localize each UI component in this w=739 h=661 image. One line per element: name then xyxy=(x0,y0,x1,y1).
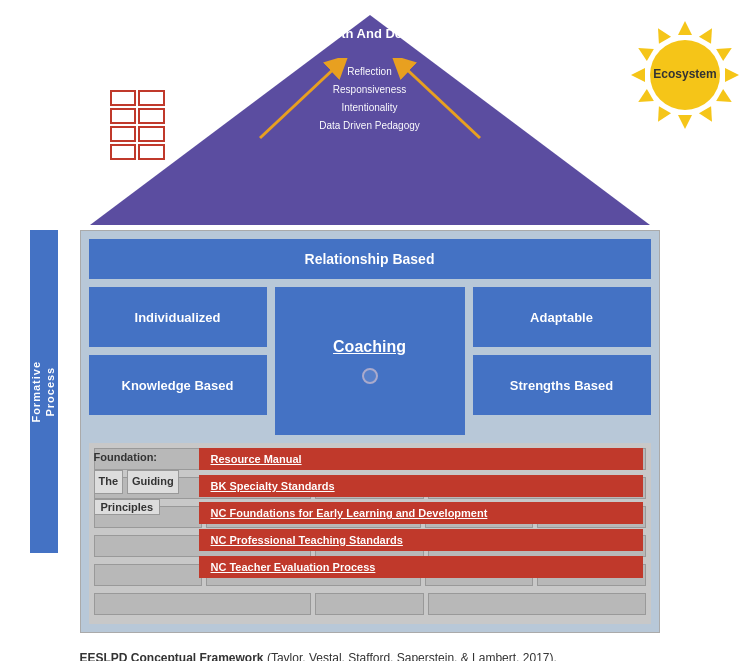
label-responsiveness: Responsiveness xyxy=(319,81,420,99)
roof-title: Child Growth And Development xyxy=(272,25,467,43)
label-data-driven: Data Driven Pedagogy xyxy=(319,117,420,135)
svg-marker-2 xyxy=(716,42,735,61)
foundation-bars: Resource Manual BK Specialty Standards N… xyxy=(199,443,643,578)
red-bar-4: NC Professional Teaching Standards xyxy=(199,529,643,551)
caption-bold: EESLPD Conceptual Framework xyxy=(80,651,264,661)
svg-marker-8 xyxy=(634,89,653,108)
coaching-circle xyxy=(362,368,378,384)
svg-marker-3 xyxy=(725,68,739,82)
formative-process-text: FormativeProcess xyxy=(29,361,58,423)
svg-marker-1 xyxy=(698,25,717,44)
individualized-box: Individualized xyxy=(89,287,267,347)
red-bar-5: NC Teacher Evaluation Process xyxy=(199,556,643,578)
svg-marker-6 xyxy=(678,115,692,129)
coaching-box: Coaching xyxy=(275,287,465,435)
red-bar-2: BK Specialty Standards xyxy=(199,475,643,497)
svg-marker-7 xyxy=(651,106,670,125)
svg-marker-4 xyxy=(716,89,735,108)
red-bar-1: Resource Manual xyxy=(199,448,643,470)
foundation-label: Foundation: xyxy=(94,448,179,468)
caption: EESLPD Conceptual Framework (Taylor, Ves… xyxy=(80,651,660,661)
foundation-labels: Foundation: The Guiding Principles xyxy=(94,448,179,517)
house-body: Relationship Based Individualized Knowle… xyxy=(80,230,660,633)
svg-marker-0 xyxy=(678,21,692,35)
knowledge-based-box: Knowledge Based xyxy=(89,355,267,415)
svg-marker-9 xyxy=(631,68,645,82)
caption-normal: (Taylor, Vestal, Stafford, Saperstein, &… xyxy=(264,651,557,661)
svg-marker-5 xyxy=(698,106,717,125)
adaptable-box: Adaptable xyxy=(473,287,651,347)
coaching-label: Coaching xyxy=(333,338,406,356)
strengths-based-box: Strengths Based xyxy=(473,355,651,415)
chimney xyxy=(110,90,165,160)
label-reflection: Reflection xyxy=(319,63,420,81)
red-bar-3: NC Foundations for Early Learning and De… xyxy=(199,502,643,524)
guiding-label: Guiding xyxy=(127,470,179,494)
the-label: The xyxy=(94,470,124,494)
formative-process-bar: FormativeProcess xyxy=(30,230,58,553)
svg-marker-10 xyxy=(634,42,653,61)
svg-marker-11 xyxy=(651,25,670,44)
ecosystem-label: Ecosystem xyxy=(653,67,716,81)
ecosystem-sun: Ecosystem xyxy=(620,20,740,150)
foundation-area: Foundation: The Guiding Principles Resou… xyxy=(89,443,651,624)
relationship-bar: Relationship Based xyxy=(89,239,651,279)
label-intentionality: Intentionality xyxy=(319,99,420,117)
roof-section: Child Growth And Development xyxy=(80,10,660,230)
principles-label: Principles xyxy=(94,499,161,515)
